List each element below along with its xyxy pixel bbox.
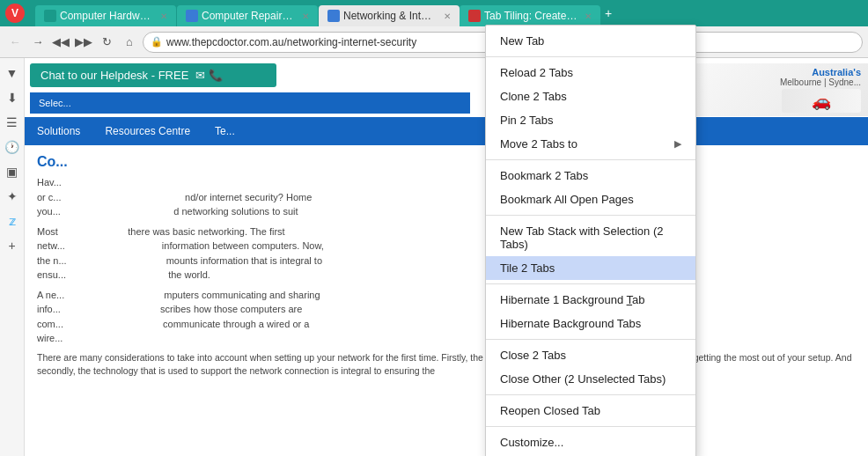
tab1-close[interactable]: ✕ bbox=[160, 11, 167, 21]
fast-forward-button[interactable]: ▶▶ bbox=[74, 33, 93, 52]
browser-frame: V Computer Hardware Produ... ✕ Computer … bbox=[0, 0, 868, 456]
tab4-label: Tab Tiling: Create a Split S... bbox=[484, 10, 577, 22]
content-area: ▼ ⬇ ☰ 🕐 ▣ ✦ 𝕫 + Australia's Melbourne | … bbox=[0, 58, 868, 456]
menu-sep-7 bbox=[486, 426, 695, 427]
menu-sep-5 bbox=[486, 339, 695, 340]
home-back-button[interactable]: ◀◀ bbox=[51, 33, 70, 52]
sidebar-icon-bookmarks[interactable]: ☰ bbox=[3, 113, 22, 132]
sidebar: ▼ ⬇ ☰ 🕐 ▣ ✦ 𝕫 + bbox=[0, 58, 25, 456]
tab-1[interactable]: Computer Hardware Produ... ✕ bbox=[35, 5, 176, 26]
tab3-close[interactable]: ✕ bbox=[444, 11, 451, 21]
tab-3[interactable]: Networking & Internet Sec... ✕ bbox=[319, 5, 460, 26]
menu-sep-4 bbox=[486, 283, 695, 284]
menu-bookmark-all[interactable]: Bookmark All Open Pages bbox=[486, 188, 695, 211]
sidebar-icon-star[interactable]: ✦ bbox=[3, 187, 22, 206]
new-tab-button[interactable]: + bbox=[601, 6, 615, 20]
sidebar-icon-twitter[interactable]: 𝕫 bbox=[3, 211, 22, 231]
page-body: Co... Hav... or c... nd/or internet secu… bbox=[25, 145, 868, 387]
browser-logo: V bbox=[5, 4, 25, 23]
menu-new-tab[interactable]: New Tab bbox=[486, 29, 695, 53]
menu-clone-2-tabs[interactable]: Clone 2 Tabs bbox=[486, 85, 695, 108]
menu-hibernate-1[interactable]: Hibernate 1 Background Tab bbox=[486, 288, 695, 312]
tab2-close[interactable]: ✕ bbox=[302, 11, 309, 21]
tab2-label: Computer Repairs, Onsite ... bbox=[202, 10, 295, 22]
menu-reload-2-tabs[interactable]: Reload 2 Tabs bbox=[486, 61, 695, 85]
tab-4[interactable]: Tab Tiling: Create a Split S... ✕ bbox=[460, 5, 600, 26]
menu-move-2-tabs[interactable]: Move 2 Tabs to ▶ bbox=[486, 132, 695, 156]
helpdesk-icons: ✉ 📞 bbox=[195, 69, 223, 82]
nav-solutions[interactable]: Solutions bbox=[25, 117, 92, 145]
ssl-lock-icon: 🔒 bbox=[151, 36, 163, 48]
back-button[interactable]: ← bbox=[5, 33, 25, 52]
tab3-favicon bbox=[327, 10, 340, 22]
move-arrow-icon: ▶ bbox=[674, 138, 681, 150]
tab1-label: Computer Hardware Produ... bbox=[60, 10, 153, 22]
page-intro: Hav... or c... nd/or internet security? … bbox=[37, 175, 856, 219]
tab4-favicon bbox=[468, 10, 481, 22]
page-heading: Co... bbox=[37, 154, 856, 170]
menu-new-tab-stack[interactable]: New Tab Stack with Selection (2 Tabs) bbox=[486, 219, 695, 256]
menu-sep-2 bbox=[486, 159, 695, 160]
helpdesk-label: Chat to our Helpdesk - FREE bbox=[40, 69, 188, 82]
page-body-text2: A ne... mputers communicating and sharin… bbox=[37, 288, 856, 346]
email-icon: ✉ bbox=[195, 69, 205, 82]
logo-subtitle: Melbourne | Sydne... bbox=[780, 77, 861, 87]
logo-car-image: 🚗 bbox=[782, 89, 861, 113]
page-nav: Solutions Resources Centre Te... bbox=[25, 117, 868, 145]
menu-pin-2-tabs[interactable]: Pin 2 Tabs bbox=[486, 108, 695, 132]
tab-bar: V Computer Hardware Produ... ✕ Computer … bbox=[0, 0, 868, 26]
sidebar-icon-download[interactable]: ⬇ bbox=[3, 88, 22, 107]
menu-sep-6 bbox=[486, 394, 695, 395]
menu-sep-3 bbox=[486, 215, 695, 216]
phone-icon: 📞 bbox=[209, 69, 223, 82]
tab2-favicon bbox=[186, 10, 198, 22]
sidebar-icon-add[interactable]: + bbox=[3, 236, 22, 255]
sidebar-icon-history[interactable]: 🕐 bbox=[3, 137, 22, 157]
tab4-close[interactable]: ✕ bbox=[585, 11, 592, 21]
logo-title: Australia's bbox=[812, 67, 861, 77]
menu-sep-1 bbox=[486, 56, 695, 57]
context-menu: New Tab Reload 2 Tabs Clone 2 Tabs Pin 2… bbox=[485, 25, 696, 456]
sidebar-icon-menu[interactable]: ▼ bbox=[3, 63, 22, 83]
page-footer-text: There are many considerations to take in… bbox=[37, 351, 856, 379]
select-text: Selec... bbox=[39, 98, 71, 108]
nav-te[interactable]: Te... bbox=[202, 117, 247, 145]
menu-close-2-tabs[interactable]: Close 2 Tabs bbox=[486, 343, 695, 367]
toolbar: ← → ◀◀ ▶▶ ↻ ⌂ 🔒 www.thepcdoctor.com.au/n… bbox=[0, 26, 868, 58]
menu-hibernate-all[interactable]: Hibernate Background Tabs bbox=[486, 312, 695, 335]
tab-2[interactable]: Computer Repairs, Onsite ... ✕ bbox=[177, 5, 318, 26]
menu-bookmark-2-tabs[interactable]: Bookmark 2 Tabs bbox=[486, 164, 695, 188]
home-button[interactable]: ⌂ bbox=[120, 33, 139, 52]
menu-tile-2-tabs[interactable]: Tile 2 Tabs bbox=[486, 256, 695, 280]
page-body-text: Most there was basic networking. The fir… bbox=[37, 224, 856, 283]
menu-close-other[interactable]: Close Other (2 Unselected Tabs) bbox=[486, 367, 695, 391]
tab1-favicon bbox=[44, 10, 56, 22]
nav-resources[interactable]: Resources Centre bbox=[92, 117, 202, 145]
sidebar-icon-notes[interactable]: ▣ bbox=[3, 162, 22, 181]
helpdesk-bar[interactable]: Chat to our Helpdesk - FREE ✉ 📞 bbox=[30, 63, 276, 87]
site-logo: Australia's Melbourne | Sydne... 🚗 bbox=[692, 63, 868, 116]
forward-button[interactable]: → bbox=[28, 33, 48, 52]
reload-button[interactable]: ↻ bbox=[97, 33, 116, 52]
select-bar: Selec... bbox=[30, 92, 470, 114]
tab3-label: Networking & Internet Sec... bbox=[343, 10, 437, 22]
menu-customize[interactable]: Customize... bbox=[486, 430, 695, 454]
hibernate-1-label: Hibernate 1 Background Tab bbox=[500, 293, 645, 306]
page-content: Australia's Melbourne | Sydne... 🚗 Chat … bbox=[25, 58, 868, 456]
menu-reopen-closed[interactable]: Reopen Closed Tab bbox=[486, 399, 695, 423]
